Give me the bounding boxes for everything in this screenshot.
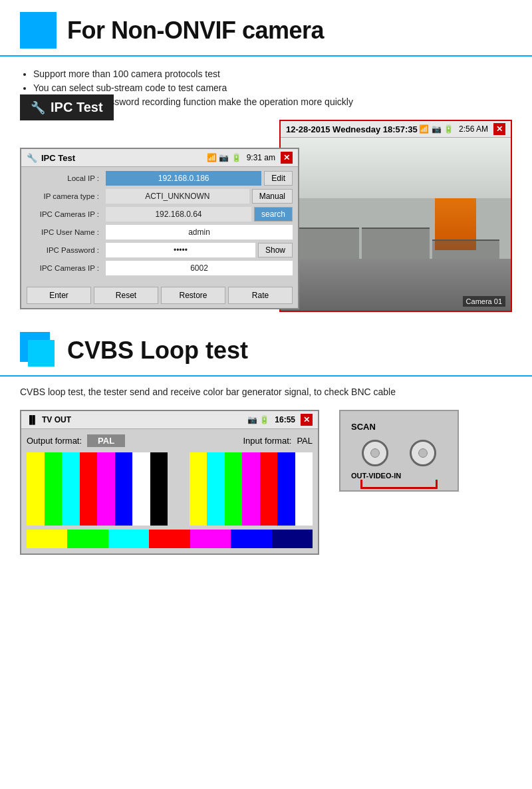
port-right xyxy=(410,440,436,466)
btn-enter[interactable]: Enter xyxy=(27,287,91,304)
input-password[interactable] xyxy=(106,243,255,257)
ipc-camera-view: Camera 01 📷 photo 📸 Snapshot ⏺ Record xyxy=(281,138,511,311)
section2-header: CVBS Loop test xyxy=(0,325,532,377)
ipc-icons-row: 📶 📷 🔋 xyxy=(207,153,241,162)
btn-search[interactable]: search xyxy=(254,207,293,222)
input-format-label: Input format: xyxy=(243,436,291,446)
input-username[interactable] xyxy=(106,225,293,239)
color-bars-wrapper xyxy=(27,452,313,526)
color-bar xyxy=(277,452,295,526)
input-format-value: PAL xyxy=(297,436,313,446)
section1: For Non-ONVIF camera Support more than 1… xyxy=(0,0,532,312)
form-row-password: IPC Password : Show xyxy=(27,243,293,257)
btn-reset[interactable]: Reset xyxy=(94,287,158,304)
form-row-local-ip: Local IP : Edit xyxy=(27,171,293,186)
input-camera-type[interactable] xyxy=(106,189,249,204)
label-camera-type: IP camera type : xyxy=(27,192,103,200)
ipc-camera-panel: 12-28-2015 Wednesday 18:57:35 📶 📷 🔋 2:56… xyxy=(279,120,512,312)
format-row: Output format: PAL Input format: PAL xyxy=(27,434,313,447)
label-password: IPC Password : xyxy=(27,246,103,254)
color-bar xyxy=(62,452,80,526)
label-cameras-ip: IPC Cameras IP : xyxy=(27,210,103,218)
tv-status-icons: 📷 🔋 xyxy=(247,415,269,424)
tv-titlebar: ▐▌ TV OUT 📷 🔋 16:55 ✕ xyxy=(21,411,318,429)
red-line-right xyxy=(436,480,438,489)
color-bar xyxy=(295,452,313,526)
camera-label: Camera 01 xyxy=(466,297,502,305)
section2: CVBS Loop test CVBS loop test, the teste… xyxy=(0,325,532,555)
color-bar xyxy=(27,452,45,526)
color-bar xyxy=(150,452,168,526)
btn-manual[interactable]: Manual xyxy=(252,189,293,204)
mini-bar xyxy=(272,530,313,548)
port-left xyxy=(362,440,388,466)
form-row-port: IPC Cameras IP : xyxy=(27,261,293,275)
color-bar xyxy=(172,452,190,526)
tv-body: Output format: PAL Input format: PAL xyxy=(21,429,318,553)
color-bars-right xyxy=(172,452,313,526)
btn-edit[interactable]: Edit xyxy=(264,171,293,186)
tv-close-button[interactable]: ✕ xyxy=(301,414,313,426)
ipc-form-title-right: 📶 📷 🔋 9:31 am ✕ xyxy=(207,152,293,164)
ipc-camera-titlebar: 12-28-2015 Wednesday 18:57:35 📶 📷 🔋 2:56… xyxy=(281,121,511,138)
ipc-camera-time: 12-28-2015 Wednesday 18:57:35 xyxy=(286,124,418,134)
out-video-label: OUT-VIDEO-IN xyxy=(351,472,447,480)
ipc-time: 9:31 am xyxy=(247,153,275,162)
scan-label: SCAN xyxy=(351,422,447,432)
icon-front xyxy=(28,340,55,367)
office-simulation xyxy=(281,138,511,311)
camera-close-button[interactable]: ✕ xyxy=(493,123,505,135)
port-right-inner xyxy=(418,448,428,458)
input-format-group: Input format: PAL xyxy=(243,434,313,447)
input-cameras-ip[interactable] xyxy=(106,207,251,222)
scan-device: SCAN OUT-VIDEO-IN xyxy=(339,410,459,492)
port-left-inner xyxy=(370,448,380,458)
color-bar xyxy=(80,452,98,526)
color-bar xyxy=(190,452,207,526)
form-row-username: IPC User Name : xyxy=(27,225,293,239)
section2-icon-stack xyxy=(20,332,57,369)
form-row-camera-type: IP camera type : Manual xyxy=(27,189,293,204)
ipc-demo-area: 🔧 IPC Test 🔧 IPC Test 📶 📷 🔋 9:31 am ✕ xyxy=(20,120,512,312)
mini-bar xyxy=(149,530,190,548)
section2-title: CVBS Loop test xyxy=(67,337,248,365)
tv-time: 16:55 xyxy=(275,415,295,424)
scan-connect-area: OUT-VIDEO-IN xyxy=(351,472,447,480)
output-format-group: Output format: PAL xyxy=(27,434,125,447)
tv-titlebar-right: 📷 🔋 16:55 ✕ xyxy=(247,414,313,426)
cvbs-desc-text: CVBS loop test, the tester send and rece… xyxy=(20,387,396,397)
section1-icon xyxy=(20,12,57,49)
scan-ports xyxy=(351,440,447,466)
btn-restore[interactable]: Restore xyxy=(161,287,225,304)
ipc-close-button[interactable]: ✕ xyxy=(281,152,293,164)
output-format-value: PAL xyxy=(87,434,125,447)
mini-bar-row xyxy=(27,530,313,548)
ipc-camera-title-right: 📶 📷 🔋 2:56 AM ✕ xyxy=(419,123,505,135)
mini-bar xyxy=(231,530,271,548)
ipc-form-wrapper: 🔧 IPC Test 🔧 IPC Test 📶 📷 🔋 9:31 am ✕ xyxy=(20,120,299,312)
color-bar xyxy=(115,452,133,526)
tv-out-panel: ▐▌ TV OUT 📷 🔋 16:55 ✕ Output format: PAL xyxy=(20,410,319,555)
section1-header: For Non-ONVIF camera xyxy=(0,0,532,57)
input-port[interactable] xyxy=(106,261,293,275)
ipc-form-outer: 🔧 IPC Test 📶 📷 🔋 9:31 am ✕ Local IP : xyxy=(20,148,299,309)
bullet-1: Support more than 100 camera protocols t… xyxy=(33,69,512,79)
ipc-form-title-text: IPC Test xyxy=(41,153,75,163)
tv-bars-icon: ▐▌ xyxy=(27,415,38,424)
mini-bar xyxy=(190,530,231,548)
cam-icon: 🔧 xyxy=(31,100,45,115)
ipc-icon-small: 🔧 xyxy=(27,153,37,163)
label-username: IPC User Name : xyxy=(27,228,103,236)
mini-bar xyxy=(27,530,67,548)
tv-title-text: TV OUT xyxy=(42,415,71,424)
input-local-ip[interactable] xyxy=(106,171,261,186)
ipc-camera-title-left: 12-28-2015 Wednesday 18:57:35 xyxy=(286,124,418,134)
tv-titlebar-left: ▐▌ TV OUT xyxy=(27,415,71,424)
ipc-form-title-left: 🔧 IPC Test xyxy=(27,153,75,163)
color-bar xyxy=(225,452,243,526)
color-bar xyxy=(132,452,150,526)
color-bars-left xyxy=(27,452,168,526)
cvbs-demo-area: ▐▌ TV OUT 📷 🔋 16:55 ✕ Output format: PAL xyxy=(20,410,512,555)
btn-rate[interactable]: Rate xyxy=(228,287,293,304)
btn-show[interactable]: Show xyxy=(258,243,293,257)
